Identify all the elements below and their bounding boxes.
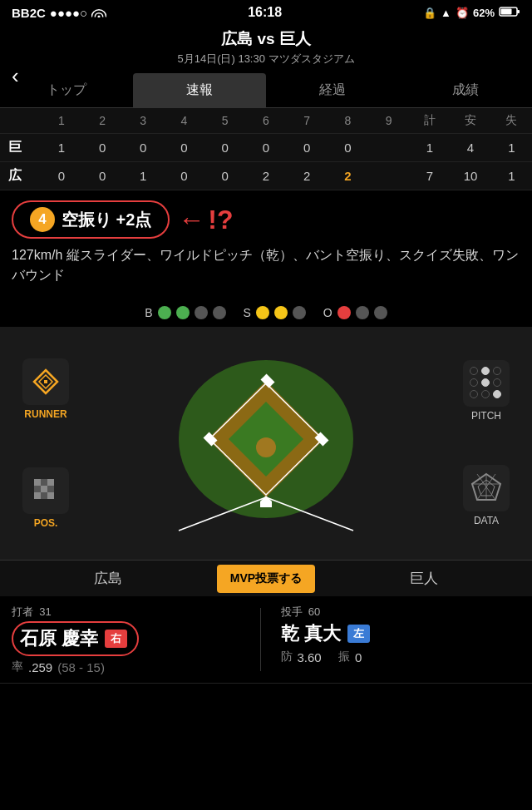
col-7: 7 [287,108,328,134]
svg-rect-12 [34,492,41,499]
carp-inn5: 0 [204,162,245,190]
svg-point-21 [256,437,276,457]
header: ‹ 広島 vs 巨人 5月14日(日) 13:30 マツダスタジアム [0,25,532,73]
giants-total: 1 [409,134,450,162]
col-9: 9 [368,108,409,134]
svg-rect-10 [41,486,47,492]
batter-name-row: 石原 慶幸 右 [12,621,139,656]
pdot-1 [470,367,478,375]
svg-rect-11 [47,486,54,492]
batter-stat-value: .259 [28,660,52,674]
pitcher-name-row: 乾 真大 左 [281,621,521,646]
count-b-dot-2 [176,306,190,319]
pitcher-name: 乾 真大 [281,621,341,646]
pos-label: POS. [34,517,58,529]
pitcher-stat-row: 防 3.60 振 0 [281,649,521,664]
count-b-label: B [145,306,152,319]
svg-rect-2 [500,8,511,14]
count-s-dot-3 [293,306,306,319]
pdot-5 [481,378,490,387]
col-6: 6 [245,108,286,134]
exclaim-icon: !? [208,205,233,235]
count-o-dot-2 [356,306,369,319]
batter-hand: 右 [105,630,127,648]
pitcher-role-label: 投手 [281,605,303,618]
batter-role-label: 打者 [12,605,33,618]
runner-button[interactable]: RUNNER [22,358,69,420]
play-text: 空振り +2点 [62,209,151,231]
status-bar: BB2C ●●●●○ 16:18 🔒 ▲ ⏰ 62% [0,0,532,25]
pitcher-era-value: 3.60 [298,650,322,664]
carp-row: 広 0 0 1 0 0 2 2 2 7 10 1 [0,162,532,190]
col-hits: 安 [450,108,490,134]
svg-rect-1 [517,10,520,13]
count-s-dot-2 [274,306,288,319]
pitcher-so-label: 振 [338,649,350,664]
alarm-icon: ⏰ [456,7,469,19]
pitcher-role-num: 投手 60 [281,605,521,620]
batter-number: 31 [39,605,51,618]
data-label: DATA [474,515,499,526]
arrow-icon: ← [178,205,204,235]
carrier: BB2C [12,6,46,20]
pitcher-hand: 左 [347,625,370,643]
giants-inn5: 0 [204,134,245,162]
tab-history[interactable]: 経過 [266,73,399,107]
svg-rect-5 [44,380,47,383]
pdot-8 [481,390,490,398]
count-s-label: S [244,306,251,319]
pos-button[interactable]: POS. [22,467,69,529]
play-badge: 4 空振り +2点 [12,200,170,239]
field-right-controls: PITCH DATA [441,327,532,560]
carp-inn6: 2 [245,162,286,190]
batter-stat-label: 率 [12,659,23,674]
pitch-chart-icon [463,360,510,407]
pos-icon [22,467,69,514]
player-divider [260,608,261,671]
data-button[interactable]: DATA [463,465,510,526]
pitcher-col: 投手 60 乾 真大 左 防 3.60 振 0 [269,605,521,674]
pitch-button[interactable]: PITCH [463,360,510,422]
pitcher-number: 60 [308,605,320,618]
col-5: 5 [204,108,245,134]
col-8: 8 [328,108,368,134]
tab-top[interactable]: トップ [0,73,133,107]
mvp-button[interactable]: MVP投票する [217,565,315,593]
team-left[interactable]: 広島 [0,561,217,596]
carp-inn8: 2 [328,162,368,190]
col-errors: 失 [491,108,532,134]
count-b-dot-4 [213,306,226,319]
score-table-section: 1 2 3 4 5 6 7 8 9 計 安 失 巨 1 0 0 0 [0,108,532,190]
signal: ●●●●○ [50,6,87,20]
pdot-2 [481,367,490,375]
count-b-dot-1 [158,306,171,319]
back-button[interactable]: ‹ [12,63,19,89]
giants-row: 巨 1 0 0 0 0 0 0 0 1 4 1 [0,134,532,162]
carp-total: 7 [409,162,450,190]
pitch-dots [470,367,503,400]
giants-hits: 4 [450,134,490,162]
pdot-7 [470,390,478,398]
runner-label: RUNNER [24,408,66,420]
match-title: 広島 vs 巨人 [0,28,532,50]
col-team [0,108,41,134]
giants-inn9 [368,134,409,162]
status-right: 🔒 ▲ ⏰ 62% [423,6,520,20]
giants-inn4: 0 [164,134,204,162]
play-arrow-exclaim: ← !? [178,205,233,235]
giants-inn8: 0 [328,134,368,162]
battery-pct: 62% [473,7,495,19]
pdot-9 [493,390,501,398]
battery-icon [499,6,520,20]
match-info: 5月14日(日) 13:30 マツダスタジアム [0,52,532,67]
count-o-label: O [323,306,332,319]
tab-live[interactable]: 速報 [133,73,266,107]
carp-errors: 1 [491,162,532,190]
batter-stat-row: 率 .259 (58 - 15) [12,659,252,674]
tab-stats[interactable]: 成績 [399,73,532,107]
team-right[interactable]: 巨人 [315,561,532,596]
field-center [91,327,441,560]
col-3: 3 [123,108,164,134]
carp-inn2: 0 [81,162,122,190]
batter-col: 打者 31 石原 慶幸 右 率 .259 (58 - 15) [12,605,252,674]
